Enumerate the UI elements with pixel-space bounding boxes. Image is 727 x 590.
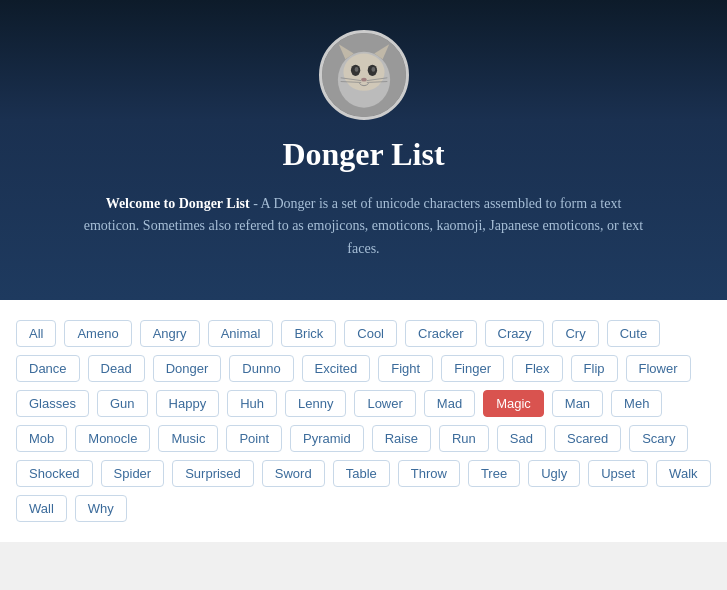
- svg-point-8: [371, 67, 375, 72]
- tag-btn-throw[interactable]: Throw: [398, 460, 460, 487]
- tag-btn-tree[interactable]: Tree: [468, 460, 520, 487]
- tag-btn-glasses[interactable]: Glasses: [16, 390, 89, 417]
- tag-btn-cute[interactable]: Cute: [607, 320, 660, 347]
- tag-btn-man[interactable]: Man: [552, 390, 603, 417]
- tag-btn-flip[interactable]: Flip: [571, 355, 618, 382]
- svg-point-9: [361, 78, 367, 82]
- tag-btn-walk[interactable]: Walk: [656, 460, 710, 487]
- tag-btn-music[interactable]: Music: [158, 425, 218, 452]
- tag-btn-dunno[interactable]: Dunno: [229, 355, 293, 382]
- tag-btn-dance[interactable]: Dance: [16, 355, 80, 382]
- tag-btn-finger[interactable]: Finger: [441, 355, 504, 382]
- tag-btn-sad[interactable]: Sad: [497, 425, 546, 452]
- tag-btn-flex[interactable]: Flex: [512, 355, 563, 382]
- tag-btn-mad[interactable]: Mad: [424, 390, 475, 417]
- tag-btn-raise[interactable]: Raise: [372, 425, 431, 452]
- tag-btn-pyramid[interactable]: Pyramid: [290, 425, 364, 452]
- tag-btn-lenny[interactable]: Lenny: [285, 390, 346, 417]
- tag-btn-dead[interactable]: Dead: [88, 355, 145, 382]
- tags-grid: AllAmenoAngryAnimalBrickCoolCrackerCrazy…: [16, 320, 711, 522]
- tag-btn-magic[interactable]: Magic: [483, 390, 544, 417]
- tag-btn-angry[interactable]: Angry: [140, 320, 200, 347]
- tag-btn-cool[interactable]: Cool: [344, 320, 397, 347]
- tag-btn-run[interactable]: Run: [439, 425, 489, 452]
- tag-btn-excited[interactable]: Excited: [302, 355, 371, 382]
- tag-btn-ameno[interactable]: Ameno: [64, 320, 131, 347]
- tag-btn-sword[interactable]: Sword: [262, 460, 325, 487]
- tag-btn-monocle[interactable]: Monocle: [75, 425, 150, 452]
- tag-btn-cracker[interactable]: Cracker: [405, 320, 477, 347]
- tag-btn-huh[interactable]: Huh: [227, 390, 277, 417]
- tag-btn-table[interactable]: Table: [333, 460, 390, 487]
- tag-btn-cry[interactable]: Cry: [552, 320, 598, 347]
- page-header: Donger List Welcome to Donger List - A D…: [0, 0, 727, 300]
- tag-btn-wall[interactable]: Wall: [16, 495, 67, 522]
- tag-btn-gun[interactable]: Gun: [97, 390, 148, 417]
- avatar: [319, 30, 409, 120]
- site-title: Donger List: [20, 136, 707, 173]
- tag-btn-shocked[interactable]: Shocked: [16, 460, 93, 487]
- tag-btn-brick[interactable]: Brick: [281, 320, 336, 347]
- tag-btn-crazy[interactable]: Crazy: [485, 320, 545, 347]
- tag-btn-point[interactable]: Point: [226, 425, 282, 452]
- tag-btn-fight[interactable]: Fight: [378, 355, 433, 382]
- tag-btn-spider[interactable]: Spider: [101, 460, 165, 487]
- tag-btn-meh[interactable]: Meh: [611, 390, 662, 417]
- tag-btn-upset[interactable]: Upset: [588, 460, 648, 487]
- tag-btn-surprised[interactable]: Surprised: [172, 460, 254, 487]
- tag-btn-scared[interactable]: Scared: [554, 425, 621, 452]
- tag-btn-all[interactable]: All: [16, 320, 56, 347]
- tags-section: AllAmenoAngryAnimalBrickCoolCrackerCrazy…: [0, 300, 727, 542]
- tag-btn-scary[interactable]: Scary: [629, 425, 688, 452]
- svg-point-7: [354, 67, 358, 72]
- tag-btn-flower[interactable]: Flower: [626, 355, 691, 382]
- tag-btn-animal[interactable]: Animal: [208, 320, 274, 347]
- site-description: Welcome to Donger List - A Donger is a s…: [84, 193, 644, 260]
- tag-btn-donger[interactable]: Donger: [153, 355, 222, 382]
- site-description-bold: Welcome to Donger List: [106, 196, 250, 211]
- tag-btn-ugly[interactable]: Ugly: [528, 460, 580, 487]
- tag-btn-mob[interactable]: Mob: [16, 425, 67, 452]
- tag-btn-happy[interactable]: Happy: [156, 390, 220, 417]
- tag-btn-lower[interactable]: Lower: [354, 390, 415, 417]
- tag-btn-why[interactable]: Why: [75, 495, 127, 522]
